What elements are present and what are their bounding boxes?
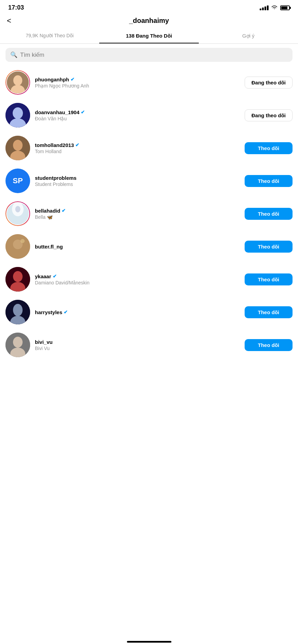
svg-point-14 — [21, 239, 25, 243]
heart-icon — [203, 628, 212, 637]
avatar[interactable] — [5, 300, 30, 324]
user-info: phuonganhph ✔ Phạm Ngọc Phương Anh — [35, 77, 240, 89]
search-nav-icon — [85, 628, 94, 637]
nav-profile[interactable] — [263, 627, 273, 637]
verified-badge: ✔ — [70, 77, 75, 82]
list-item: bellahadid ✔ Bella 🦋 Theo dõi — [5, 197, 293, 230]
svg-point-19 — [13, 304, 23, 316]
username[interactable]: bellahadid — [35, 208, 60, 214]
svg-line-25 — [91, 634, 93, 635]
verified-badge: ✔ — [62, 208, 66, 213]
username[interactable]: phuonganhph — [35, 77, 69, 82]
verified-badge: ✔ — [64, 309, 68, 315]
verified-badge: ✔ — [75, 142, 79, 148]
avatar[interactable] — [5, 136, 30, 160]
list-item: phuonganhph ✔ Phạm Ngọc Phương Anh Đang … — [5, 66, 293, 99]
search-input[interactable] — [20, 52, 288, 58]
user-info: ykaaar ✔ Damiano David/Måneskin — [35, 273, 240, 285]
svg-point-4 — [13, 107, 23, 119]
search-icon: 🔍 — [10, 51, 17, 58]
username[interactable]: harrystyles — [35, 309, 62, 315]
list-item: tomholland2013 ✔ Tom Holland Theo dõi — [5, 132, 293, 164]
nav-reels[interactable] — [144, 628, 153, 637]
svg-point-16 — [13, 271, 23, 282]
avatar[interactable] — [5, 234, 30, 259]
svg-point-7 — [13, 140, 23, 151]
avatar[interactable] — [5, 103, 30, 128]
nav-home[interactable] — [25, 628, 34, 637]
username[interactable]: doanvanhau_1904 — [35, 109, 79, 115]
list-item: SP studentproblems Student Problems Theo… — [5, 164, 293, 197]
status-icons — [260, 5, 290, 11]
user-info: harrystyles ✔ — [35, 309, 240, 315]
nav-search[interactable] — [85, 628, 94, 637]
follow-button[interactable]: Theo dõi — [245, 241, 293, 253]
page-title: _doanhaimy — [129, 17, 169, 25]
following-button[interactable]: Đang theo dõi — [245, 109, 293, 121]
avatar[interactable] — [5, 201, 30, 226]
avatar[interactable] — [5, 70, 30, 95]
user-info: bivi_vu Bivi Vu — [35, 339, 240, 351]
list-item: bivi_vu Bivi Vu Theo dõi — [5, 328, 293, 361]
user-info: bellahadid ✔ Bella 🦋 — [35, 208, 240, 220]
svg-point-11 — [15, 206, 20, 212]
username[interactable]: ykaaar — [35, 273, 51, 279]
user-info: doanvanhau_1904 ✔ Đoàn Văn Hậu — [35, 109, 240, 121]
search-input-wrap[interactable]: 🔍 — [5, 48, 293, 62]
status-time: 17:03 — [8, 4, 24, 11]
avatar[interactable]: SP — [5, 169, 30, 193]
follow-button[interactable]: Theo dõi — [245, 175, 293, 187]
home-icon — [25, 628, 34, 637]
username[interactable]: tomholland2013 — [35, 142, 74, 148]
follow-button[interactable]: Theo dõi — [245, 339, 293, 351]
user-info: tomholland2013 ✔ Tom Holland — [35, 142, 240, 154]
signal-icon — [260, 5, 269, 10]
avatar[interactable] — [5, 267, 30, 292]
bottom-nav — [0, 622, 298, 644]
status-bar: 17:03 — [0, 0, 298, 14]
full-name: Bivi Vu — [35, 346, 240, 351]
svg-point-1 — [13, 75, 22, 85]
nav-activity[interactable] — [203, 628, 212, 637]
follow-button[interactable]: Theo dõi — [245, 273, 293, 285]
tab-following[interactable]: 138 Đang Theo Dõi — [99, 29, 198, 43]
profile-avatar — [263, 627, 273, 637]
list-item: harrystyles ✔ Theo dõi — [5, 296, 293, 328]
svg-point-29 — [265, 628, 270, 634]
verified-badge: ✔ — [81, 109, 85, 115]
full-name: Student Problems — [35, 182, 240, 187]
tabs-bar: 79,9K Người Theo Dõi 138 Đang Theo Dõi G… — [0, 29, 298, 44]
tab-suggested[interactable]: Gợi ý — [199, 29, 298, 43]
username[interactable]: bivi_vu — [35, 339, 53, 345]
following-button[interactable]: Đang theo dõi — [245, 77, 293, 89]
search-bar: 🔍 — [0, 44, 298, 66]
full-name: Tom Holland — [35, 149, 240, 154]
list-item: butter.fl_ng Theo dõi — [5, 230, 293, 263]
full-name: Đoàn Văn Hậu — [35, 116, 240, 121]
svg-point-22 — [13, 337, 23, 348]
verified-badge: ✔ — [53, 273, 57, 279]
full-name: Phạm Ngọc Phương Anh — [35, 83, 240, 89]
full-name: Damiano David/Måneskin — [35, 280, 240, 285]
battery-icon — [280, 5, 290, 10]
follow-button[interactable]: Theo dõi — [245, 142, 293, 154]
follow-button[interactable]: Theo dõi — [245, 306, 293, 318]
username[interactable]: studentproblems — [35, 175, 77, 181]
avatar[interactable] — [5, 333, 30, 357]
full-name: Bella 🦋 — [35, 214, 240, 220]
user-info: studentproblems Student Problems — [35, 175, 240, 187]
header: < _doanhaimy — [0, 14, 298, 29]
back-button[interactable]: < — [7, 16, 11, 25]
list-item: ykaaar ✔ Damiano David/Måneskin Theo dõi — [5, 263, 293, 296]
username[interactable]: butter.fl_ng — [35, 244, 63, 250]
wifi-icon — [271, 5, 277, 11]
reels-icon — [144, 628, 153, 637]
list-item: doanvanhau_1904 ✔ Đoàn Văn Hậu Đang theo… — [5, 99, 293, 132]
user-list: phuonganhph ✔ Phạm Ngọc Phương Anh Đang … — [0, 66, 298, 395]
tab-followers[interactable]: 79,9K Người Theo Dõi — [0, 29, 99, 43]
user-info: butter.fl_ng — [35, 244, 240, 250]
activity-dot — [207, 638, 209, 640]
follow-button[interactable]: Theo dõi — [245, 208, 293, 220]
